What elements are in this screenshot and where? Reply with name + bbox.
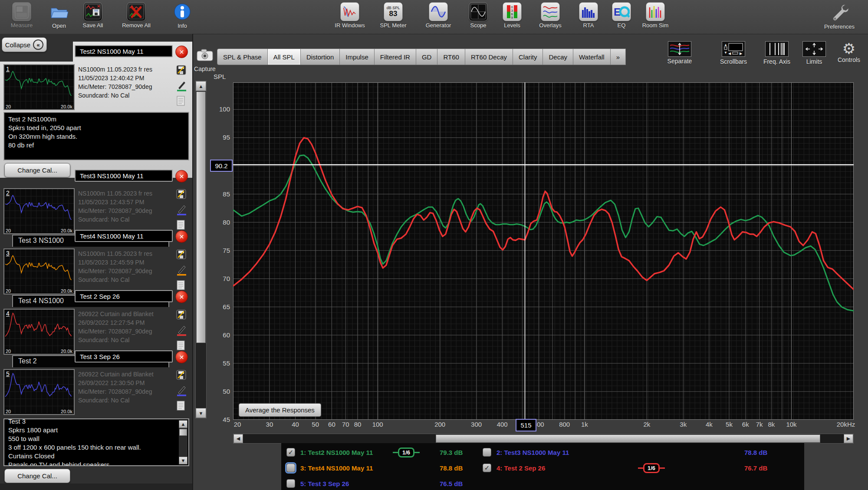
notes-icon[interactable] [176, 95, 189, 109]
toolbar-room-sim-button[interactable]: Room Sim [635, 2, 676, 29]
toolbar-spl-meter-button[interactable]: dB SPL83SPL Meter [372, 2, 414, 29]
scroll-up-button[interactable]: ▲ [196, 81, 206, 91]
x-tick-label: 20 [234, 421, 241, 428]
tab-waterfall[interactable]: Waterfall [573, 49, 611, 65]
toolbar-preferences-button[interactable]: Preferences [819, 2, 860, 30]
y-tick-label: 95 [212, 134, 230, 141]
svg-text:▲: ▲ [724, 43, 727, 47]
svg-text:◀: ◀ [728, 52, 731, 56]
measurement-notes[interactable]: Test 2 NS1000mSpkrs toed in, 2050 apartO… [3, 112, 189, 160]
toolbar-ir-windows-button[interactable]: IR Windows [329, 2, 371, 29]
legend-visibility-checkbox[interactable] [286, 464, 295, 472]
x-tick-label: 3k [680, 421, 687, 428]
average-responses-button[interactable]: Average the Responses [239, 403, 321, 417]
smoothing-badge[interactable]: 1/6 [393, 448, 420, 457]
tab-gd[interactable]: GD [416, 49, 438, 65]
measurement-name-input[interactable]: Test 3 Sep 26 [75, 350, 173, 363]
toolbar-info-button[interactable]: Info [161, 2, 203, 29]
tab-filtered-ir[interactable]: Filtered IR [375, 49, 416, 65]
legend-visibility-checkbox[interactable]: ✓ [483, 464, 491, 472]
y-tick-label: 60 [212, 331, 230, 339]
trace-style-icon[interactable] [176, 80, 189, 95]
measurement-notes[interactable]: Test 3Spkrs 1800 apart550 to wall3 off 1… [3, 418, 189, 466]
toolbar-remove-all-button[interactable]: Remove All [115, 2, 157, 29]
legend-trace-label[interactable]: 5: Test 3 Sep 26 [300, 480, 349, 487]
remove-measurement-button[interactable]: ✕ [175, 351, 188, 363]
overlays-icon [541, 2, 560, 22]
measurement-name-input[interactable]: Test 2 Sep 26 [75, 290, 173, 302]
trace-style-icon[interactable] [176, 324, 189, 340]
legend-trace-label[interactable]: 4: Test 2 Sep 26 [496, 464, 545, 472]
notes-icon[interactable] [176, 400, 189, 414]
y-tick-label: 70 [212, 275, 230, 282]
toolbar-levels-button[interactable]: 0369Levels [491, 2, 533, 29]
measurement-thumbnail[interactable]: 52020.0k [3, 369, 75, 415]
horizontal-scroll-thumb[interactable] [436, 434, 820, 443]
remove-measurement-button[interactable]: ✕ [175, 170, 188, 183]
legend-trace-label[interactable]: 2: Test3 NS1000 May 11 [496, 449, 569, 456]
measurement-name-input[interactable]: Test3 NS1000 May 11 [75, 170, 173, 182]
remove-measurement-button[interactable]: ✕ [175, 291, 188, 303]
horizontal-scrollbar[interactable]: ◀ ▶ [233, 434, 854, 444]
x-tick-label: 20kHz [837, 421, 855, 428]
vertical-scroll-thumb[interactable] [196, 91, 206, 343]
smoothing-badge[interactable]: 1/6 [638, 463, 665, 473]
x-tick-label: 1k [581, 421, 588, 428]
measurement-thumbnail[interactable]: 12020.0k [3, 64, 75, 110]
measurement-name-input[interactable]: Test4 NS1000 May 11 [75, 230, 173, 242]
scroll-down-button[interactable]: ▼ [196, 408, 206, 418]
trace-style-icon[interactable] [176, 264, 189, 280]
measurement-name-input[interactable]: Test2 NS1000 May 11 [75, 45, 173, 57]
remove-measurement-button[interactable]: ✕ [175, 46, 188, 58]
scrollbars-button[interactable]: ▲▼◀▶Scrollbars [710, 41, 757, 65]
tab-spl-phase[interactable]: SPL & Phase [217, 49, 268, 65]
separate-button[interactable]: Separate [656, 41, 704, 65]
trace-style-icon[interactable] [176, 385, 189, 400]
change-cal-button[interactable]: Change Cal... [4, 163, 70, 177]
x-tick-label: 800 [559, 421, 570, 428]
change-cal-button[interactable]: Change Cal... [4, 469, 70, 483]
toolbar-overlays-button[interactable]: Overlays [529, 2, 571, 29]
toolbar-save-all-button[interactable]: ✕Save All [72, 2, 114, 29]
measurement-thumbnail[interactable]: 32020.0k [3, 248, 75, 294]
save-measurement-icon[interactable] [176, 64, 189, 80]
tab-all-spl[interactable]: All SPL [268, 49, 301, 65]
collapse-sidebar-button[interactable]: Collapse « [2, 37, 47, 52]
tab-distortion[interactable]: Distortion [301, 49, 340, 65]
notes-scrollbar[interactable]: ▲ ▼ [179, 420, 187, 464]
remove-measurement-button[interactable]: ✕ [175, 230, 188, 243]
save-measurement-icon[interactable] [176, 188, 189, 204]
legend-visibility-checkbox[interactable] [286, 479, 295, 488]
x-tick-label: 60 [328, 421, 335, 428]
toolbar-generator-button[interactable]: Generator [418, 2, 459, 29]
vertical-scrollbar[interactable]: ▲ ▼ [195, 81, 207, 418]
y-tick-label: 75 [212, 247, 230, 254]
toolbar-label: Preferences [819, 23, 860, 30]
save-measurement-icon[interactable] [176, 369, 189, 385]
tab-impulse[interactable]: Impulse [340, 49, 375, 65]
tab-clarity[interactable]: Clarity [513, 49, 543, 65]
scroll-right-button[interactable]: ▶ [844, 434, 853, 443]
tab-rt60-decay[interactable]: RT60 Decay [465, 49, 513, 65]
spl-chart[interactable] [233, 82, 854, 421]
x-tick-label: 300 [471, 421, 482, 428]
tab-decay[interactable]: Decay [543, 49, 573, 65]
bottom-strip [0, 483, 192, 490]
capture-button[interactable]: Capture [193, 45, 217, 72]
trace-style-icon[interactable] [176, 204, 189, 219]
legend-visibility-checkbox[interactable] [483, 448, 491, 457]
controls-button[interactable]: ⚙Controls [825, 41, 868, 63]
save-measurement-icon[interactable] [176, 309, 189, 324]
measurement-thumbnail[interactable]: 42020.0k [3, 309, 75, 355]
spl-plot-svg[interactable] [233, 82, 854, 420]
save-measurement-icon[interactable] [176, 248, 189, 264]
measure-icon [12, 2, 31, 22]
measurement-thumbnail[interactable]: 22020.0k [3, 188, 75, 234]
scroll-left-button[interactable]: ◀ [233, 434, 243, 443]
legend-trace-label[interactable]: 3: Test4 NS1000 May 11 [300, 464, 373, 472]
tabs-overflow-button[interactable]: » [611, 49, 626, 65]
legend-trace-label[interactable]: 1: Test2 NS1000 May 11 [300, 449, 373, 456]
collapse-label: Collapse [5, 41, 30, 49]
tab-rt60[interactable]: RT60 [437, 49, 465, 65]
legend-visibility-checkbox[interactable]: ✓ [286, 448, 295, 457]
